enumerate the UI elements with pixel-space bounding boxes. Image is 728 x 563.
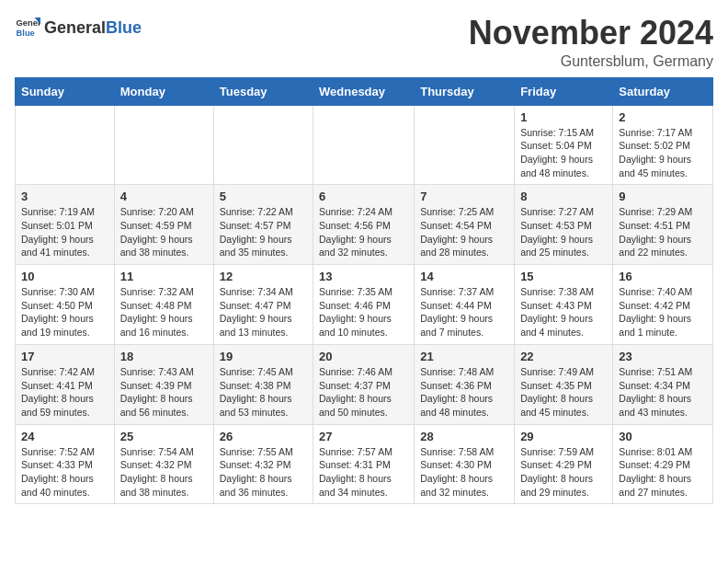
- calendar-cell: 9Sunrise: 7:29 AM Sunset: 4:51 PM Daylig…: [613, 185, 713, 265]
- day-number: 25: [120, 430, 208, 443]
- day-number: 11: [120, 270, 208, 283]
- day-info: Sunrise: 7:43 AM Sunset: 4:39 PM Dayligh…: [120, 365, 208, 419]
- day-number: 14: [420, 270, 508, 283]
- calendar-cell: 27Sunrise: 7:57 AM Sunset: 4:31 PM Dayli…: [313, 424, 415, 504]
- week-row-2: 3Sunrise: 7:19 AM Sunset: 5:01 PM Daylig…: [16, 185, 713, 265]
- day-info: Sunrise: 7:42 AM Sunset: 4:41 PM Dayligh…: [21, 365, 108, 419]
- day-info: Sunrise: 7:55 AM Sunset: 4:32 PM Dayligh…: [220, 445, 307, 500]
- month-title: November 2024: [469, 15, 713, 52]
- calendar-cell: 3Sunrise: 7:19 AM Sunset: 5:01 PM Daylig…: [16, 185, 115, 265]
- weekday-header-thursday: Thursday: [415, 77, 515, 105]
- weekday-header-friday: Friday: [515, 77, 613, 105]
- day-info: Sunrise: 7:19 AM Sunset: 5:01 PM Dayligh…: [21, 205, 108, 259]
- page-header: General Blue GeneralBlue November 2024 G…: [15, 15, 713, 70]
- weekday-header-saturday: Saturday: [613, 77, 713, 105]
- calendar-cell: 14Sunrise: 7:37 AM Sunset: 4:44 PM Dayli…: [415, 265, 515, 345]
- calendar-cell: 7Sunrise: 7:25 AM Sunset: 4:54 PM Daylig…: [415, 185, 515, 265]
- day-number: 15: [520, 270, 607, 283]
- calendar-cell: 25Sunrise: 7:54 AM Sunset: 4:32 PM Dayli…: [114, 424, 213, 504]
- day-number: 1: [520, 110, 607, 124]
- day-number: 16: [619, 270, 707, 283]
- day-info: Sunrise: 7:25 AM Sunset: 4:54 PM Dayligh…: [420, 205, 508, 259]
- day-info: Sunrise: 7:22 AM Sunset: 4:57 PM Dayligh…: [220, 205, 307, 259]
- calendar-cell: [213, 105, 313, 185]
- day-info: Sunrise: 7:35 AM Sunset: 4:46 PM Dayligh…: [319, 285, 408, 339]
- day-number: 18: [120, 350, 208, 363]
- logo: General Blue GeneralBlue: [15, 15, 142, 40]
- day-info: Sunrise: 7:52 AM Sunset: 4:33 PM Dayligh…: [21, 445, 108, 500]
- calendar-cell: 17Sunrise: 7:42 AM Sunset: 4:41 PM Dayli…: [16, 344, 115, 424]
- calendar-cell: [114, 105, 213, 185]
- day-info: Sunrise: 7:38 AM Sunset: 4:43 PM Dayligh…: [520, 285, 607, 339]
- day-info: Sunrise: 7:45 AM Sunset: 4:38 PM Dayligh…: [220, 365, 307, 419]
- location: Guntersblum, Germany: [469, 53, 713, 70]
- day-number: 20: [319, 350, 408, 363]
- weekday-header-monday: Monday: [114, 77, 213, 105]
- calendar-cell: [415, 105, 515, 185]
- day-info: Sunrise: 7:15 AM Sunset: 5:04 PM Dayligh…: [520, 126, 607, 180]
- day-number: 12: [220, 270, 307, 283]
- day-info: Sunrise: 7:48 AM Sunset: 4:36 PM Dayligh…: [420, 365, 508, 419]
- day-number: 9: [619, 190, 707, 203]
- calendar-cell: 8Sunrise: 7:27 AM Sunset: 4:53 PM Daylig…: [515, 185, 613, 265]
- logo-blue: Blue: [106, 18, 142, 37]
- day-number: 7: [420, 190, 508, 203]
- day-number: 17: [21, 350, 108, 363]
- day-info: Sunrise: 7:24 AM Sunset: 4:56 PM Dayligh…: [319, 205, 408, 259]
- day-info: Sunrise: 7:49 AM Sunset: 4:35 PM Dayligh…: [520, 365, 607, 419]
- calendar-cell: 15Sunrise: 7:38 AM Sunset: 4:43 PM Dayli…: [515, 265, 613, 345]
- day-info: Sunrise: 7:59 AM Sunset: 4:29 PM Dayligh…: [520, 445, 607, 500]
- day-number: 28: [420, 430, 508, 443]
- day-info: Sunrise: 7:30 AM Sunset: 4:50 PM Dayligh…: [21, 285, 108, 339]
- day-number: 24: [21, 430, 108, 443]
- calendar-cell: 29Sunrise: 7:59 AM Sunset: 4:29 PM Dayli…: [515, 424, 613, 504]
- week-row-1: 1Sunrise: 7:15 AM Sunset: 5:04 PM Daylig…: [16, 105, 713, 185]
- day-number: 26: [220, 430, 307, 443]
- calendar-cell: 4Sunrise: 7:20 AM Sunset: 4:59 PM Daylig…: [114, 185, 213, 265]
- title-block: November 2024 Guntersblum, Germany: [469, 15, 713, 70]
- day-info: Sunrise: 7:27 AM Sunset: 4:53 PM Dayligh…: [520, 205, 607, 259]
- calendar-cell: 2Sunrise: 7:17 AM Sunset: 5:02 PM Daylig…: [613, 105, 713, 185]
- calendar-cell: 26Sunrise: 7:55 AM Sunset: 4:32 PM Dayli…: [213, 424, 313, 504]
- calendar-table: SundayMondayTuesdayWednesdayThursdayFrid…: [15, 77, 713, 505]
- weekday-header-wednesday: Wednesday: [313, 77, 415, 105]
- day-info: Sunrise: 7:20 AM Sunset: 4:59 PM Dayligh…: [120, 205, 208, 259]
- day-info: Sunrise: 8:01 AM Sunset: 4:29 PM Dayligh…: [619, 445, 707, 500]
- calendar-cell: 10Sunrise: 7:30 AM Sunset: 4:50 PM Dayli…: [16, 265, 115, 345]
- day-number: 2: [619, 110, 707, 124]
- calendar-cell: [313, 105, 415, 185]
- svg-text:General: General: [17, 18, 40, 28]
- day-number: 3: [21, 190, 108, 203]
- calendar-cell: 28Sunrise: 7:58 AM Sunset: 4:30 PM Dayli…: [415, 424, 515, 504]
- calendar-cell: 6Sunrise: 7:24 AM Sunset: 4:56 PM Daylig…: [313, 185, 415, 265]
- day-info: Sunrise: 7:57 AM Sunset: 4:31 PM Dayligh…: [319, 445, 408, 500]
- calendar-cell: 16Sunrise: 7:40 AM Sunset: 4:42 PM Dayli…: [613, 265, 713, 345]
- calendar-cell: 1Sunrise: 7:15 AM Sunset: 5:04 PM Daylig…: [515, 105, 613, 185]
- calendar-cell: 5Sunrise: 7:22 AM Sunset: 4:57 PM Daylig…: [213, 185, 313, 265]
- logo-icon: General Blue: [15, 15, 40, 40]
- svg-text:Blue: Blue: [17, 29, 35, 38]
- calendar-cell: [16, 105, 115, 185]
- logo-text: GeneralBlue: [44, 18, 142, 38]
- day-number: 29: [520, 430, 607, 443]
- weekday-header-sunday: Sunday: [16, 77, 115, 105]
- calendar-cell: 12Sunrise: 7:34 AM Sunset: 4:47 PM Dayli…: [213, 265, 313, 345]
- logo-general: General: [44, 18, 106, 37]
- day-info: Sunrise: 7:54 AM Sunset: 4:32 PM Dayligh…: [120, 445, 208, 500]
- day-number: 21: [420, 350, 508, 363]
- day-number: 19: [220, 350, 307, 363]
- day-info: Sunrise: 7:32 AM Sunset: 4:48 PM Dayligh…: [120, 285, 208, 339]
- day-number: 13: [319, 270, 408, 283]
- calendar-cell: 11Sunrise: 7:32 AM Sunset: 4:48 PM Dayli…: [114, 265, 213, 345]
- day-info: Sunrise: 7:34 AM Sunset: 4:47 PM Dayligh…: [220, 285, 307, 339]
- calendar-cell: 19Sunrise: 7:45 AM Sunset: 4:38 PM Dayli…: [213, 344, 313, 424]
- calendar-cell: 30Sunrise: 8:01 AM Sunset: 4:29 PM Dayli…: [613, 424, 713, 504]
- day-info: Sunrise: 7:58 AM Sunset: 4:30 PM Dayligh…: [420, 445, 508, 500]
- day-number: 10: [21, 270, 108, 283]
- day-info: Sunrise: 7:46 AM Sunset: 4:37 PM Dayligh…: [319, 365, 408, 419]
- weekday-header-tuesday: Tuesday: [213, 77, 313, 105]
- calendar-cell: 20Sunrise: 7:46 AM Sunset: 4:37 PM Dayli…: [313, 344, 415, 424]
- calendar-cell: 23Sunrise: 7:51 AM Sunset: 4:34 PM Dayli…: [613, 344, 713, 424]
- day-info: Sunrise: 7:40 AM Sunset: 4:42 PM Dayligh…: [619, 285, 707, 339]
- day-info: Sunrise: 7:17 AM Sunset: 5:02 PM Dayligh…: [619, 126, 707, 180]
